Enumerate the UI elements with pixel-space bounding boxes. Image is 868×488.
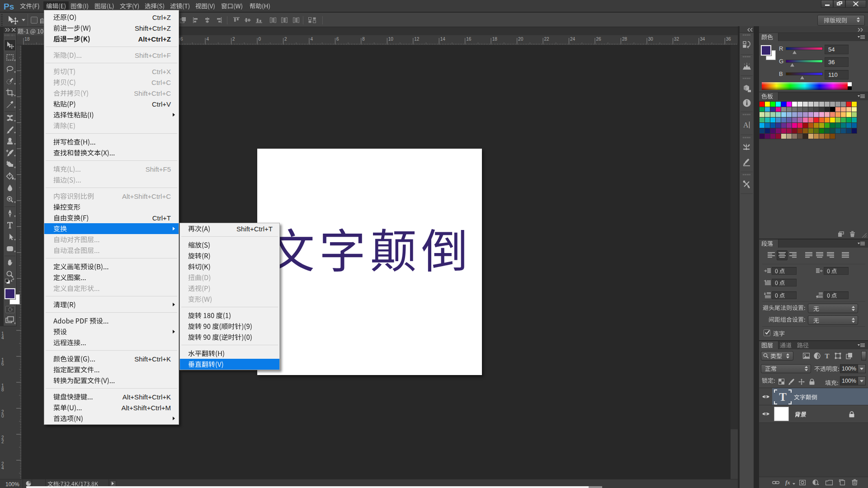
svg-text:T: T bbox=[825, 352, 830, 359]
svg-text:A: A bbox=[743, 121, 749, 129]
